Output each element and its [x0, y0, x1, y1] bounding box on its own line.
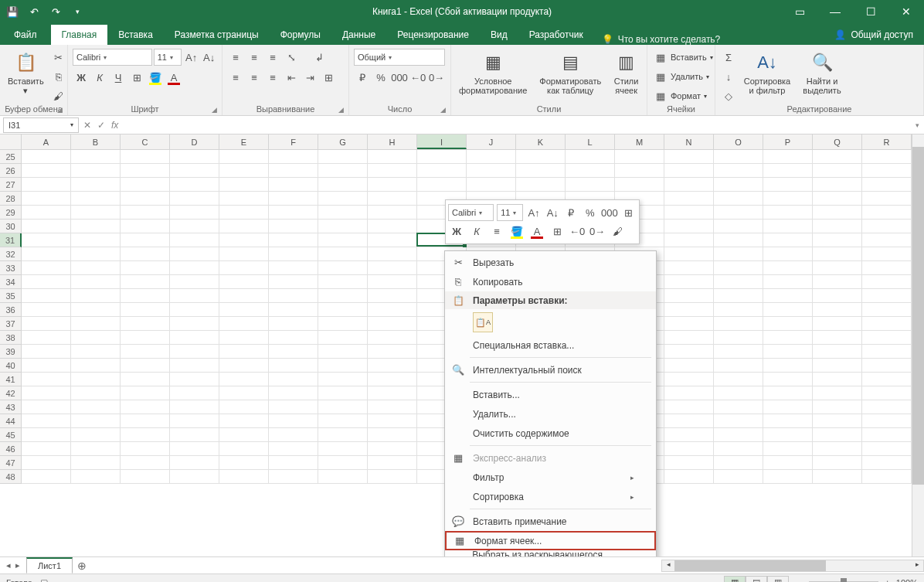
cell-P43[interactable] — [763, 400, 813, 414]
row-header-45[interactable]: 45 — [0, 428, 22, 442]
row-header-40[interactable]: 40 — [0, 359, 22, 373]
mini-borders-icon[interactable]: ⊞ — [549, 223, 566, 240]
font-size-combo[interactable]: 11▾ — [154, 49, 182, 66]
cell-B48[interactable] — [71, 470, 121, 484]
cell-F25[interactable] — [269, 150, 318, 164]
cell-G25[interactable] — [318, 150, 368, 164]
cell-O44[interactable] — [714, 414, 763, 428]
cell-N36[interactable] — [664, 303, 714, 317]
sheet-nav-next-icon[interactable]: ▸ — [15, 560, 20, 570]
cell-O32[interactable] — [714, 247, 763, 261]
tab-developer[interactable]: Разработчик — [518, 25, 594, 45]
cell-D41[interactable] — [170, 373, 219, 386]
row-header-30[interactable]: 30 — [0, 220, 22, 233]
cell-I26[interactable] — [417, 164, 467, 178]
fx-icon[interactable]: fx — [111, 120, 118, 131]
cell-N25[interactable] — [664, 150, 714, 164]
cell-E41[interactable] — [219, 373, 269, 386]
cell-G32[interactable] — [318, 247, 368, 261]
cell-F28[interactable] — [269, 192, 318, 206]
undo-icon[interactable]: ↶ — [26, 4, 42, 19]
ctx-sort[interactable]: Сортировка▸ — [445, 487, 656, 506]
cell-F33[interactable] — [269, 261, 318, 275]
close-icon[interactable]: ✕ — [888, 0, 924, 23]
cell-N45[interactable] — [664, 428, 714, 442]
cell-F43[interactable] — [269, 400, 318, 414]
cell-E34[interactable] — [219, 275, 269, 289]
cell-G35[interactable] — [318, 289, 368, 303]
format-as-table-button[interactable]: ▤Форматировать как таблицу — [536, 49, 604, 97]
cell-R29[interactable] — [862, 206, 912, 220]
row-header-31[interactable]: 31 — [0, 233, 22, 247]
cell-A34[interactable] — [22, 275, 71, 289]
col-header-J[interactable]: J — [467, 134, 516, 149]
mini-accounting-icon[interactable]: ₽ — [563, 204, 579, 221]
decrease-decimal-icon[interactable]: 0→ — [428, 69, 445, 86]
mini-font-color-icon[interactable]: A — [528, 223, 545, 240]
macro-record-icon[interactable]: ▢ — [40, 577, 48, 582]
cell-D36[interactable] — [170, 303, 219, 317]
cell-D25[interactable] — [170, 150, 219, 164]
mini-bold-icon[interactable]: Ж — [448, 223, 465, 240]
cell-B30[interactable] — [71, 220, 121, 233]
cell-R47[interactable] — [862, 456, 912, 470]
cell-F39[interactable] — [269, 345, 318, 359]
cell-P46[interactable] — [763, 442, 813, 456]
cell-P39[interactable] — [763, 345, 813, 359]
cell-O26[interactable] — [714, 164, 763, 178]
cell-A30[interactable] — [22, 220, 71, 233]
cell-R31[interactable] — [862, 233, 912, 247]
cell-A43[interactable] — [22, 400, 71, 414]
cell-P36[interactable] — [763, 303, 813, 317]
cell-Q27[interactable] — [813, 178, 862, 192]
ctx-smart-lookup[interactable]: 🔍Интеллектуальный поиск — [445, 360, 656, 379]
cell-R35[interactable] — [862, 289, 912, 303]
row-header-34[interactable]: 34 — [0, 275, 22, 289]
cell-G41[interactable] — [318, 373, 368, 386]
mini-dec-decimal-icon[interactable]: ←0 — [569, 223, 586, 240]
font-color-icon[interactable]: A — [165, 69, 182, 86]
cell-D29[interactable] — [170, 206, 219, 220]
cell-F26[interactable] — [269, 164, 318, 178]
mini-decrease-font-icon[interactable]: A↓ — [545, 204, 560, 221]
align-bottom-icon[interactable]: ≡ — [264, 49, 281, 66]
row-header-26[interactable]: 26 — [0, 164, 22, 178]
cell-H26[interactable] — [368, 164, 417, 178]
cell-R43[interactable] — [862, 400, 912, 414]
cell-G46[interactable] — [318, 442, 368, 456]
cell-H42[interactable] — [368, 386, 417, 400]
dialog-launcher-icon[interactable]: ◢ — [212, 106, 217, 114]
cell-F40[interactable] — [269, 359, 318, 373]
cell-B43[interactable] — [71, 400, 121, 414]
col-header-I[interactable]: I — [417, 134, 467, 149]
cell-A41[interactable] — [22, 373, 71, 386]
enter-formula-icon[interactable]: ✓ — [97, 120, 105, 131]
cell-H39[interactable] — [368, 345, 417, 359]
row-header-37[interactable]: 37 — [0, 317, 22, 331]
font-name-combo[interactable]: Calibri▾ — [73, 49, 152, 66]
cell-D45[interactable] — [170, 428, 219, 442]
underline-icon[interactable]: Ч — [110, 69, 127, 86]
delete-cells-button[interactable]: ▦Удалить▾ — [652, 68, 713, 85]
mini-increase-font-icon[interactable]: A↑ — [526, 204, 542, 221]
cell-Q39[interactable] — [813, 345, 862, 359]
row-header-47[interactable]: 47 — [0, 456, 22, 470]
cell-M27[interactable] — [615, 178, 664, 192]
cell-N30[interactable] — [664, 220, 714, 233]
cell-R46[interactable] — [862, 442, 912, 456]
cell-D43[interactable] — [170, 400, 219, 414]
cell-C35[interactable] — [121, 289, 170, 303]
cell-K27[interactable] — [516, 178, 566, 192]
cell-N48[interactable] — [664, 470, 714, 484]
italic-icon[interactable]: К — [91, 69, 108, 86]
autosum-icon[interactable]: Σ — [720, 49, 737, 66]
cell-Q47[interactable] — [813, 456, 862, 470]
cell-H40[interactable] — [368, 359, 417, 373]
select-all-corner[interactable] — [0, 134, 22, 149]
cell-O31[interactable] — [714, 233, 763, 247]
tab-data[interactable]: Данные — [331, 25, 386, 45]
cell-I25[interactable] — [417, 150, 467, 164]
cell-O37[interactable] — [714, 317, 763, 331]
cell-O34[interactable] — [714, 275, 763, 289]
cell-G45[interactable] — [318, 428, 368, 442]
